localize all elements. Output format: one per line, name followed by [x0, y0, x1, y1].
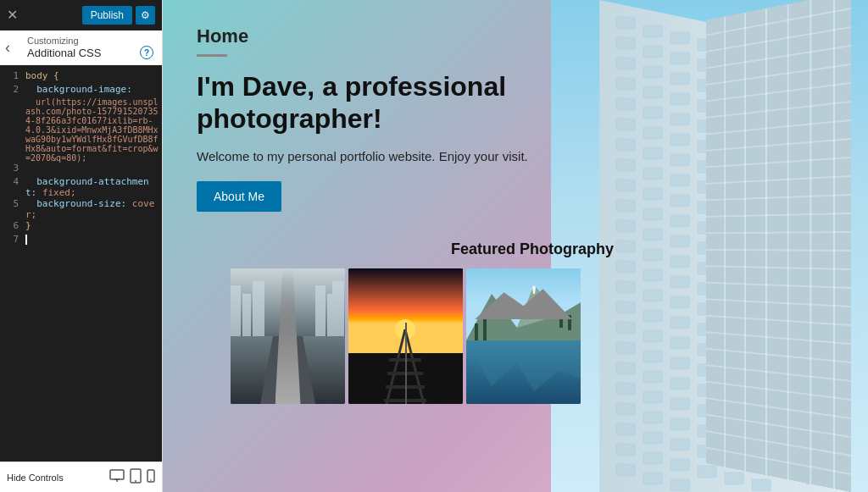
svg-rect-129 [752, 195, 771, 207]
svg-rect-213 [568, 315, 571, 330]
svg-rect-144 [779, 59, 798, 71]
svg-rect-76 [670, 459, 689, 471]
css-line-1: 1 body { [0, 70, 162, 84]
svg-rect-187 [231, 285, 241, 336]
svg-rect-162 [779, 425, 798, 437]
separator [197, 54, 227, 57]
svg-rect-210 [475, 323, 478, 340]
svg-rect-58 [670, 93, 689, 105]
svg-rect-32 [643, 25, 662, 37]
svg-rect-108 [725, 208, 743, 220]
svg-rect-142 [752, 459, 771, 471]
svg-rect-34 [643, 66, 662, 78]
svg-rect-39 [643, 168, 662, 180]
svg-rect-101 [725, 66, 743, 78]
svg-rect-78 [698, 39, 716, 51]
svg-point-4 [135, 480, 136, 482]
svg-rect-98 [698, 445, 716, 457]
svg-rect-149 [779, 161, 798, 173]
svg-rect-151 [779, 202, 798, 213]
help-icon[interactable]: ? [140, 46, 153, 59]
svg-rect-100 [725, 46, 743, 58]
svg-rect-118 [725, 412, 743, 423]
svg-rect-189 [253, 281, 264, 336]
customizer-panel: ✕ Publish ⚙ Customizing Additional CSS ?… [0, 0, 163, 492]
svg-rect-173 [806, 229, 825, 240]
view-icons [109, 468, 155, 487]
svg-rect-184 [806, 452, 825, 464]
desktop-view-button[interactable] [109, 468, 125, 487]
back-arrow-button[interactable]: ‹ [0, 34, 15, 61]
svg-rect-64 [670, 215, 689, 227]
svg-rect-165 [806, 66, 825, 78]
svg-rect-55 [670, 32, 689, 44]
svg-rect-61 [670, 154, 689, 166]
svg-rect-52 [643, 432, 662, 444]
svg-rect-85 [698, 181, 716, 193]
css-editor[interactable]: 1 body { 2 background-image: url(https:/… [0, 65, 162, 462]
svg-rect-31 [616, 464, 635, 476]
css-line-blank: 3 [0, 163, 162, 176]
css-line-2: 2 background-image: [0, 84, 162, 97]
svg-rect-84 [698, 161, 716, 173]
svg-rect-211 [483, 319, 487, 340]
svg-rect-36 [643, 107, 662, 119]
svg-rect-40 [643, 188, 662, 200]
svg-rect-102 [725, 86, 743, 98]
svg-rect-125 [752, 113, 771, 125]
svg-rect-126 [752, 134, 771, 146]
svg-rect-86 [698, 202, 716, 213]
svg-rect-168 [806, 127, 825, 139]
publish-button[interactable]: Publish [82, 6, 132, 25]
svg-rect-122 [752, 53, 771, 64]
svg-rect-77 [670, 479, 689, 491]
css-line-cursor[interactable]: 7 [0, 234, 162, 247]
svg-rect-105 [725, 147, 743, 159]
svg-rect-152 [779, 222, 798, 234]
svg-rect-150 [779, 181, 798, 193]
welcome-text: Welcome to my personal portfolio website… [197, 147, 620, 167]
svg-rect-170 [806, 168, 825, 180]
svg-rect-163 [779, 445, 798, 457]
customizer-header: Customizing Additional CSS ? ‹ [0, 30, 162, 65]
css-line-5: 5 background-size: cover; [0, 198, 162, 220]
svg-rect-0 [110, 470, 124, 479]
svg-rect-96 [698, 405, 716, 417]
svg-rect-172 [806, 208, 825, 220]
svg-rect-60 [670, 134, 689, 146]
svg-rect-57 [670, 73, 689, 85]
svg-rect-79 [698, 59, 716, 71]
svg-point-6 [150, 479, 152, 481]
svg-rect-121 [725, 473, 743, 484]
svg-rect-147 [779, 120, 798, 132]
publish-settings-button[interactable]: ⚙ [136, 6, 155, 25]
svg-rect-63 [670, 195, 689, 207]
tablet-view-button[interactable] [130, 468, 142, 487]
about-me-button[interactable]: About Me [197, 181, 281, 212]
svg-rect-212 [559, 311, 563, 328]
svg-rect-123 [752, 73, 771, 85]
svg-rect-148 [779, 141, 798, 152]
customizer-label: Customizing [27, 36, 153, 46]
svg-rect-103 [725, 107, 743, 119]
svg-rect-109 [725, 229, 743, 240]
svg-rect-51 [643, 412, 662, 423]
svg-rect-164 [779, 466, 798, 478]
svg-rect-80 [698, 80, 716, 91]
svg-rect-42 [643, 229, 662, 240]
svg-rect-82 [698, 120, 716, 132]
close-button[interactable]: ✕ [7, 8, 18, 22]
svg-rect-53 [643, 452, 662, 464]
svg-rect-188 [242, 294, 251, 336]
svg-rect-74 [670, 418, 689, 430]
svg-rect-197 [348, 268, 463, 353]
svg-rect-35 [643, 86, 662, 98]
svg-line-195 [286, 345, 287, 370]
svg-rect-87 [698, 222, 716, 234]
svg-rect-120 [725, 452, 743, 464]
svg-rect-193 [231, 336, 345, 404]
svg-line-196 [284, 374, 286, 400]
svg-rect-56 [670, 53, 689, 64]
svg-rect-171 [806, 188, 825, 200]
mobile-view-button[interactable] [147, 468, 155, 487]
